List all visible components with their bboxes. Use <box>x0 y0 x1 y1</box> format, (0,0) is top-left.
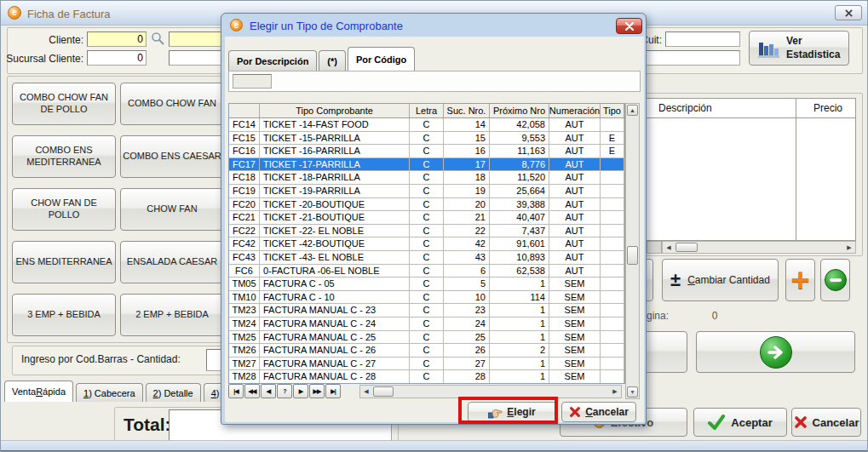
grid-column-header: Tipo <box>601 104 624 117</box>
dialog-tab[interactable]: (*) <box>319 50 346 71</box>
scroll-right-icon[interactable]: ▶ <box>610 386 620 397</box>
dialog-close-button[interactable] <box>616 18 642 34</box>
grid-column-header: Tipo Comprobante <box>260 104 410 117</box>
dialog-tab[interactable]: Por Código <box>348 47 415 71</box>
grid-row[interactable]: TM23FACTURA MANUAL C - 23C231SEM <box>229 304 624 318</box>
cuit-input[interactable] <box>665 31 740 47</box>
increase-quantity-button[interactable]: + <box>785 259 815 301</box>
product-button[interactable]: CHOW FAN <box>120 188 224 231</box>
cambiar-cantidad-button[interactable]: ± Cambiar Cantidad <box>662 259 779 301</box>
grid-row[interactable]: TM10FACTURA C - 10C10114SEM <box>229 291 624 305</box>
razon-social-field[interactable] <box>631 50 740 66</box>
grid-row[interactable]: TM05FACTURA C - 05C51SEM <box>229 277 624 291</box>
navigator-button[interactable]: ▶▶ <box>309 384 325 398</box>
pagina-value: 0 <box>704 310 725 322</box>
product-button[interactable]: ENSALADA CAESAR <box>120 241 224 283</box>
grid-row[interactable]: FC60-FACTURA -06-EL NOBLEC662,538AUT <box>229 265 624 278</box>
main-cancelar-label: Cancelar <box>813 416 859 429</box>
search-customer-button[interactable] <box>151 31 164 49</box>
scroll-up-icon[interactable]: ▲ <box>627 105 638 116</box>
dialog-title: Elegir un Tipo de Comprobante <box>250 20 403 32</box>
grid-column-header: Suc. Nro. <box>444 104 490 117</box>
grid-row[interactable]: FC21TICKET -21-BOUTIQUEC2140,407AUT <box>229 211 624 225</box>
cambiar-cantidad-label: Cambiar Cantidad <box>687 274 770 286</box>
bar-chart-icon <box>756 37 780 60</box>
grid-row[interactable]: TM26FACTURA MANUAL C - 26C262SEM <box>229 344 624 358</box>
check-icon <box>708 415 725 430</box>
plus-minus-icon: ± <box>670 271 681 289</box>
navigator-button[interactable]: ◀ <box>261 384 276 398</box>
decrease-quantity-button[interactable] <box>820 259 850 301</box>
product-button[interactable]: COMBO CHOW FAN <box>120 83 224 125</box>
elegir-tipo-comprobante-dialog: e Elegir un Tipo de Comprobante Por Desc… <box>221 13 647 425</box>
main-cancelar-button[interactable]: Cancelar <box>791 408 861 437</box>
product-button[interactable]: CHOW FAN DE POLLO <box>12 188 116 231</box>
detail-hscrollbar[interactable]: ◀ ▶ <box>662 241 856 254</box>
navigator-button[interactable]: |◀ <box>228 384 244 398</box>
detail-hscroll-thumb[interactable] <box>675 243 698 252</box>
product-button[interactable]: COMBO CHOW FAN DE POLLO <box>12 83 116 125</box>
scroll-right-icon[interactable]: ▶ <box>844 243 854 252</box>
product-button[interactable]: 3 EMP + BEBIDA <box>12 294 116 336</box>
grid-row[interactable]: FC18TICKET -18-PARRILLAC1811,520AUT <box>229 171 624 185</box>
scroll-left-icon[interactable]: ◀ <box>361 386 371 397</box>
product-button[interactable]: ENS MEDITERRANEA <box>12 241 116 283</box>
dialog-search-strip <box>228 71 641 92</box>
grid-vscrollbar[interactable]: ▲ ▼ <box>625 103 640 399</box>
barcode-label: Ingreso por Cod.Barras - Cantidad: <box>21 353 181 365</box>
grid-row[interactable]: FC22TICKET -22- EL NOBLEC227,437AUT <box>229 225 624 238</box>
dialog-tabs: Por Descripción(*)Por Código <box>228 47 415 71</box>
grid-row[interactable]: FC17TICKET -17-PARRILLAC178,776AUT <box>229 158 624 172</box>
ver-estadistica-label: Ver Estadistica <box>786 35 840 61</box>
navigator-button[interactable]: ? <box>277 384 292 398</box>
navigator-button[interactable]: ▶ <box>293 384 308 398</box>
main-tab[interactable]: 2) Detalle <box>146 383 201 402</box>
dialog-code-input[interactable] <box>233 74 272 89</box>
product-button[interactable]: COMBO ENS CAESAR <box>120 135 224 178</box>
product-button[interactable]: COMBO ENS MEDITERRANEA <box>12 135 116 178</box>
grid-row[interactable]: TM24FACTURA MANUAL C - 24C241SEM <box>229 318 624 331</box>
main-tab[interactable]: 1) Cabecera <box>76 383 143 402</box>
total-label: Total: <box>124 415 171 435</box>
dialog-cancelar-label: Cancelar <box>585 406 629 418</box>
product-buttons-grid: COMBO CHOW FAN DE POLLOCOMBO CHOW FANCOM… <box>12 83 224 336</box>
grid-row[interactable]: TM25FACTURA MANUAL C - 25C251SEM <box>229 331 624 345</box>
sucursal-cliente-input[interactable] <box>87 50 147 66</box>
navigator-button[interactable]: ▶| <box>325 384 341 398</box>
main-window-title: Ficha de Factura <box>27 8 111 20</box>
grid-body: FC14TICKET -14-FAST FOODC1442,058AUTFC15… <box>229 118 624 384</box>
grid-row[interactable]: TM28FACTURA MANUAL C - 28C281SEM <box>229 370 624 384</box>
app-icon: e <box>8 6 21 20</box>
grid-vscroll-thumb[interactable] <box>627 246 638 265</box>
grid-column-header: Letra <box>410 104 444 117</box>
cliente-input[interactable] <box>87 31 147 47</box>
close-icon <box>625 22 634 31</box>
grid-row[interactable]: FC15TICKET -15-PARRILLAC159,553AUTE <box>229 132 624 146</box>
dialog-cancelar-button[interactable]: Cancelar <box>561 402 636 422</box>
plus-icon: + <box>790 267 809 293</box>
scroll-down-icon[interactable]: ▼ <box>627 386 638 398</box>
grid-row[interactable]: FC19TICKET -19-PARRILLAC1925,664AUT <box>229 185 624 198</box>
next-button[interactable] <box>696 331 855 373</box>
comprobante-grid: Tipo ComprobanteLetraSuc. Nro.Próximo Nr… <box>228 103 625 384</box>
descripcion-column-header: Descripción <box>658 102 712 114</box>
scroll-left-icon[interactable]: ◀ <box>664 243 674 252</box>
search-icon <box>151 31 164 45</box>
grid-row[interactable]: FC42TICKET -42-BOUTIQUEC4291,601AUT <box>229 237 624 251</box>
grid-column-header: Próximo Nro <box>490 104 549 117</box>
product-button[interactable]: 2 EMP + BEBIDA <box>120 294 224 336</box>
main-close-button[interactable] <box>835 5 862 20</box>
grid-row[interactable]: TM27FACTURA MANUAL C - 27C271SEM <box>229 358 624 371</box>
ver-estadistica-button[interactable]: Ver Estadistica <box>749 31 849 66</box>
grid-hscroll-thumb[interactable] <box>373 386 394 397</box>
grid-row[interactable]: FC16TICKET -16-PARRILLAC1611,163AUTE <box>229 145 624 158</box>
sucursal-cliente-label: Sucursal Cliente: <box>3 53 83 65</box>
grid-row[interactable]: FC43TICKET -43- EL NOBLEC4310,893AUT <box>229 251 624 265</box>
dialog-tab[interactable]: Por Descripción <box>228 50 317 71</box>
grid-row[interactable]: FC14TICKET -14-FAST FOODC1442,058AUT <box>229 118 624 132</box>
aceptar-button[interactable]: Aceptar <box>693 408 787 437</box>
navigator-button[interactable]: ◀◀ <box>244 384 260 398</box>
grid-row[interactable]: FC20TICKET -20-BOUTIQUEC2039,388AUT <box>229 198 624 212</box>
main-tab[interactable]: Venta Rápida <box>4 380 73 402</box>
main-tabs: Venta Rápida1) Cabecera2) Detalle4) Impo… <box>4 380 256 402</box>
